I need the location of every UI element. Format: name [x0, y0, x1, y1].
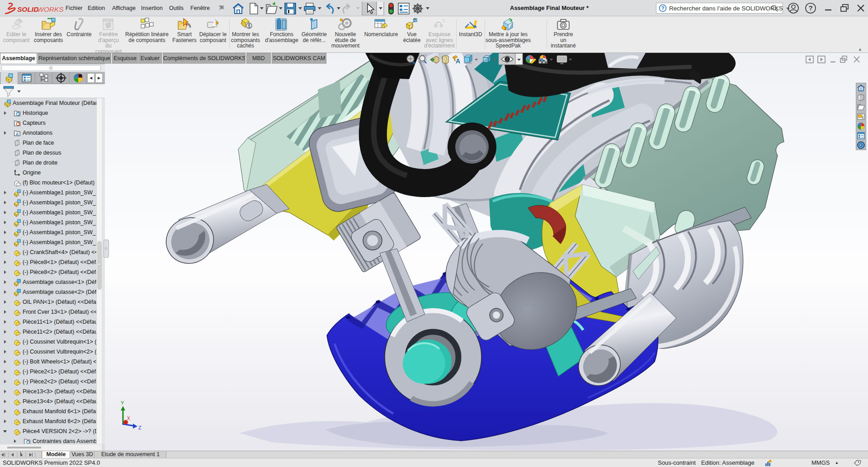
- svg-text:SOLID: SOLID: [17, 5, 38, 13]
- svg-text:A: A: [456, 57, 460, 65]
- svg-text:?: ?: [808, 4, 812, 12]
- svg-text:!: !: [505, 26, 506, 31]
- svg-text:X: X: [127, 416, 130, 421]
- svg-text:?: ?: [661, 5, 665, 11]
- svg-text:Y: Y: [121, 400, 124, 406]
- svg-text:A: A: [16, 132, 19, 137]
- svg-text:WORKS: WORKS: [37, 5, 64, 13]
- svg-text:Z: Z: [138, 425, 142, 430]
- svg-text:$: $: [248, 24, 250, 28]
